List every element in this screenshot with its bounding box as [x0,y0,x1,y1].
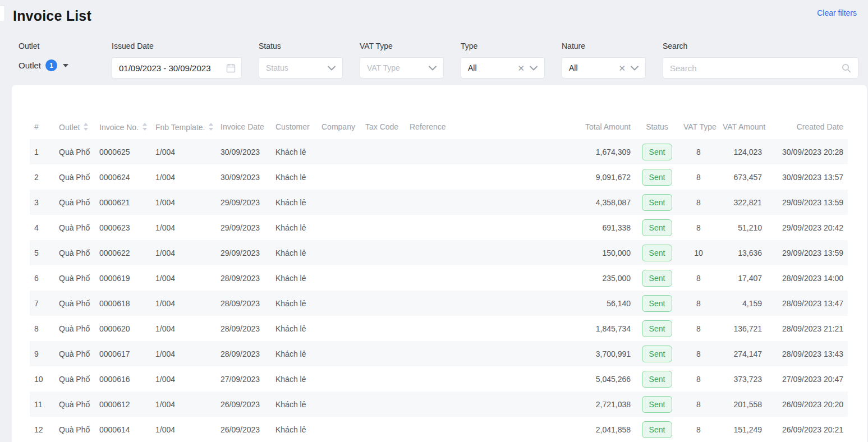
cell-total_amount: 235,000 [456,265,635,291]
table-row[interactable]: 2Quà Phố00006241/00430/09/2023Khách lẻ9,… [30,164,848,190]
table-row[interactable]: 9Quà Phố00006171/00428/09/2023Khách lẻ3,… [30,341,848,366]
cell-vat_amount: 673,457 [718,164,766,190]
column-header-customer: Customer [271,114,317,139]
status-badge: Sent [642,245,673,261]
outlet-filter-label: Outlet [19,42,68,50]
table-row[interactable]: 12Quà Phố00006141/00426/09/2023Khách lẻ2… [30,417,848,442]
cell-index: 5 [30,240,54,265]
cell-invoice_date: 29/09/2023 [216,215,271,240]
cell-outlet: Quà Phố [54,341,95,366]
cell-tax_code [361,139,405,164]
cell-vat_type: 8 [679,417,718,442]
status-filter-label: Status [259,42,343,50]
cell-created_date: 26/09/2023 20:21 [766,417,848,442]
table-row[interactable]: 7Quà Phố00006181/00428/09/2023Khách lẻ56… [30,291,848,316]
cell-invoice_date: 30/09/2023 [216,139,271,164]
cell-invoice_date: 26/09/2023 [216,417,271,442]
column-header-vat_type: VAT Type [679,114,718,139]
cell-index: 3 [30,190,54,215]
cell-customer: Khách lẻ [271,341,317,366]
column-header-label: Tax Code [365,122,398,131]
cell-created_date: 27/09/2023 20:47 [766,366,848,392]
cell-index: 11 [30,392,54,417]
column-header-label: Reference [410,122,446,131]
cell-index: 1 [30,139,54,164]
cell-invoice_date: 28/09/2023 [216,265,271,291]
cell-company [317,215,361,240]
cell-status: Sent [635,164,679,190]
cell-invoice_no: 0000619 [95,265,151,291]
filter-search: Search [663,42,858,79]
table-row[interactable]: 11Quà Phố00006121/00426/09/2023Khách lẻ2… [30,392,848,417]
clear-selection-icon[interactable]: ✕ [618,64,626,72]
chevron-down-icon [530,66,538,71]
nature-select[interactable]: All ✕ [562,57,646,79]
table-row[interactable]: 3Quà Phố00006211/00429/09/2023Khách lẻ4,… [30,190,848,215]
cell-created_date: 28/09/2023 13:47 [766,291,848,316]
issued-date-input[interactable] [119,63,223,73]
cell-company [317,341,361,366]
cell-invoice_no: 0000618 [95,291,151,316]
cell-vat_amount: 151,249 [718,417,766,442]
status-select[interactable]: Status [259,57,343,79]
column-header-created_date: Created Date [766,114,848,139]
cell-company [317,139,361,164]
search-input[interactable] [670,63,842,73]
table-row[interactable]: 5Quà Phố00006221/00429/09/2023Khách lẻ15… [30,240,848,265]
table-row[interactable]: 10Quà Phố00006161/00427/09/2023Khách lẻ5… [30,366,848,392]
cell-vat_type: 10 [679,240,718,265]
column-header-fnb_template[interactable]: Fnb Template. [151,114,216,139]
table-row[interactable]: 6Quà Phố00006191/00428/09/2023Khách lẻ23… [30,265,848,291]
cell-status: Sent [635,341,679,366]
cell-outlet: Quà Phố [54,366,95,392]
table-row[interactable]: 1Quà Phố00006251/00430/09/2023Khách lẻ1,… [30,139,848,164]
search-icon [842,63,851,73]
cell-company [317,265,361,291]
cell-reference [405,417,456,442]
column-header-label: Invoice No. [99,123,139,132]
status-badge: Sent [642,396,673,413]
cell-vat_amount: 373,723 [718,366,766,392]
page-title: Invoice List [13,8,91,24]
type-select[interactable]: All ✕ [461,57,545,79]
vat-type-select[interactable]: VAT Type [360,57,444,79]
cell-vat_type: 8 [679,190,718,215]
cell-customer: Khách lẻ [271,190,317,215]
cell-fnb_template: 1/004 [151,164,216,190]
clear-selection-icon[interactable]: ✕ [517,64,525,72]
cell-created_date: 30/09/2023 20:28 [766,139,848,164]
cell-index: 12 [30,417,54,442]
cell-tax_code [361,392,405,417]
cell-status: Sent [635,265,679,291]
cell-invoice_no: 0000625 [95,139,151,164]
status-badge: Sent [642,320,673,337]
column-header-invoice_no[interactable]: Invoice No. [95,114,151,139]
cell-created_date: 28/09/2023 13:43 [766,341,848,366]
cell-customer: Khách lẻ [271,139,317,164]
table-row[interactable]: 4Quà Phố00006231/00429/09/2023Khách lẻ69… [30,215,848,240]
cell-total_amount: 4,358,087 [456,190,635,215]
clear-filters-link[interactable]: Clear filters [817,8,857,17]
cell-tax_code [361,215,405,240]
cell-company [317,366,361,392]
cell-created_date: 26/09/2023 20:20 [766,392,848,417]
type-select-value: All [468,63,477,72]
search-box[interactable] [663,57,858,79]
outlet-dropdown-trigger[interactable]: Outlet 1 [19,59,68,71]
cell-created_date: 29/09/2023 20:42 [766,215,848,240]
table-row[interactable]: 8Quà Phố00006201/00428/09/2023Khách lẻ1,… [30,316,848,341]
cell-status: Sent [635,392,679,417]
cell-index: 9 [30,341,54,366]
cell-total_amount: 5,045,266 [456,366,635,392]
cell-invoice_no: 0000616 [95,366,151,392]
status-badge: Sent [642,270,673,287]
column-header-outlet[interactable]: Outlet [54,114,95,139]
cell-created_date: 30/09/2023 13:57 [766,164,848,190]
cell-company [317,316,361,341]
issued-date-range-picker[interactable] [112,57,242,79]
cell-invoice_date: 29/09/2023 [216,190,271,215]
status-badge: Sent [642,346,673,362]
cell-invoice_date: 29/09/2023 [216,240,271,265]
cell-customer: Khách lẻ [271,392,317,417]
cell-company [317,417,361,442]
